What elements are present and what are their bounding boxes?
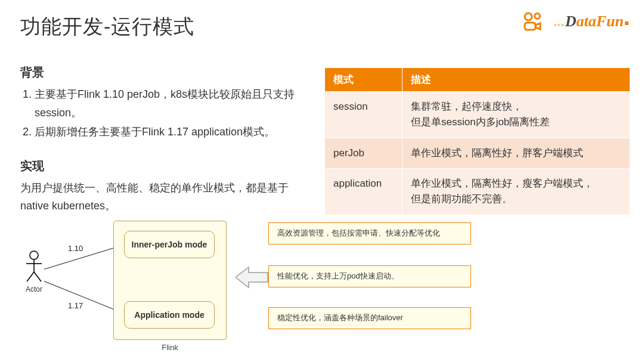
datafun-period-icon — [625, 21, 628, 25]
table-row: perJob 单作业模式，隔离性好，胖客户端模式 — [325, 138, 630, 168]
table-cell: 单作业模式，隔离性好，胖客户端模式 — [402, 138, 630, 168]
note-box: 性能优化，支持上万pod快速启动。 — [268, 265, 471, 287]
table-row: application 单作业模式，隔离性好，瘦客户端模式，但是前期功能不完善。 — [325, 169, 630, 215]
big-arrow-icon — [236, 262, 269, 295]
background-item: 主要基于Flink 1.10 perJob，k8s模块比较原始且只支持sessi… — [35, 85, 306, 122]
flink-group-label: Flink — [113, 343, 227, 352]
mode-application: Application mode — [124, 301, 215, 329]
datafun-dots-icon — [553, 14, 564, 29]
table-header: 描述 — [402, 68, 630, 92]
background-list: 主要基于Flink 1.10 perJob，k8s模块比较原始且只支持sessi… — [20, 85, 306, 141]
table-cell: session — [325, 92, 402, 138]
diagram: Actor 1.10 1.17 Flink Inner-perJob mode … — [6, 218, 638, 358]
datafun-logo: DataFun — [553, 14, 628, 29]
kuaishou-logo-icon — [520, 11, 545, 32]
table-cell: 集群常驻，起停速度快，但是单session内多job隔离性差 — [402, 92, 630, 138]
note-box: 高效资源管理，包括按需申请、快速分配等优化 — [268, 222, 471, 245]
background-item: 后期新增任务主要基于Flink 1.17 application模式。 — [35, 123, 306, 141]
table-cell: perJob — [325, 138, 402, 168]
left-column: 背景 主要基于Flink 1.10 perJob，k8s模块比较原始且只支持se… — [20, 64, 306, 215]
table-cell: 单作业模式，隔离性好，瘦客户端模式，但是前期功能不完善。 — [402, 169, 630, 215]
edge-label: 1.17 — [68, 301, 83, 310]
table-header: 模式 — [325, 68, 402, 92]
edge-label: 1.10 — [68, 244, 83, 253]
table-row: session 集群常驻，起停速度快，但是单session内多job隔离性差 — [325, 92, 630, 138]
mode-table: 模式 描述 session 集群常驻，起停速度快，但是单session内多job… — [324, 67, 630, 215]
svg-point-1 — [534, 14, 540, 19]
note-box: 稳定性优化，涵盖各种场景的failover — [268, 307, 471, 329]
logo-bar: DataFun — [520, 11, 628, 32]
mode-inner-perjob: Inner-perJob mode — [124, 231, 215, 258]
impl-heading: 实现 — [20, 158, 306, 174]
actor-icon: Actor — [19, 250, 49, 293]
svg-point-0 — [525, 13, 532, 20]
background-heading: 背景 — [20, 64, 306, 81]
svg-rect-2 — [525, 23, 535, 30]
svg-point-3 — [30, 251, 38, 259]
page-title: 功能开发-运行模式 — [20, 13, 194, 41]
table-cell: application — [325, 169, 402, 215]
svg-line-6 — [27, 272, 34, 281]
svg-marker-8 — [236, 267, 268, 287]
actor-label: Actor — [19, 285, 49, 293]
impl-paragraph: 为用户提供统一、高性能、稳定的单作业模式，都是基于native kubernet… — [20, 179, 306, 215]
svg-line-7 — [34, 272, 41, 281]
